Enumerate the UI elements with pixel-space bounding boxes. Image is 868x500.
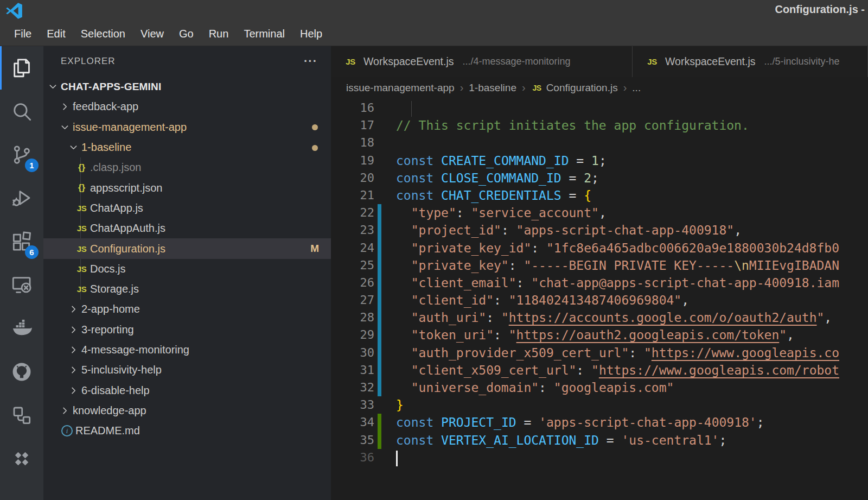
- item-label: .clasp.json: [90, 161, 142, 174]
- explorer-sidebar: EXPLORER ··· CHAT-APPS-GEMINIfeedback-ap…: [43, 46, 331, 500]
- gutter-modified-indicator: [378, 257, 381, 274]
- code-line-29[interactable]: 29 "token_uri": "https://oauth2.googleap…: [331, 326, 868, 344]
- item-label: 4-message-monitoring: [81, 344, 189, 356]
- activity-linked-items-icon[interactable]: [0, 394, 43, 437]
- tree-item-storage-js[interactable]: JSStorage.js: [43, 279, 331, 299]
- code-line-33[interactable]: 33}: [331, 396, 868, 414]
- tree-item-knowledge-app[interactable]: knowledge-app: [43, 401, 331, 421]
- code-line-20[interactable]: 20const CLOSE_COMMAND_ID = 2;: [331, 169, 868, 187]
- tree-item-configuration-js[interactable]: JSConfiguration.jsM: [43, 238, 331, 258]
- tree-item-2-app-home[interactable]: 2-app-home: [43, 299, 331, 319]
- activity-diamond-grid-icon[interactable]: [0, 437, 43, 480]
- breadcrumb-item[interactable]: JSConfiguration.js: [531, 82, 618, 94]
- menu-selection[interactable]: Selection: [73, 26, 133, 42]
- file-tree: CHAT-APPS-GEMINIfeedback-appissue-manage…: [43, 77, 331, 441]
- code-line-35[interactable]: 35const VERTEX_AI_LOCATION_ID = 'us-cent…: [331, 432, 868, 449]
- chevron-right-icon: [68, 385, 81, 396]
- code-line-18[interactable]: 18: [331, 134, 868, 151]
- breadcrumb-item[interactable]: issue-management-app: [346, 82, 455, 94]
- activity-source-control-icon[interactable]: 1: [0, 133, 43, 176]
- code-line-23[interactable]: 23 "project_id": "apps-script-chat-app-4…: [331, 221, 868, 239]
- editor-tab-2[interactable]: JSWorkspaceEvent.js.../5-inclusivity-he: [633, 46, 868, 77]
- breadcrumb-item[interactable]: 1-baseline: [469, 82, 516, 94]
- menu-go[interactable]: Go: [171, 26, 201, 42]
- menu-edit[interactable]: Edit: [39, 26, 73, 42]
- gutter-modified-indicator: [378, 379, 381, 396]
- code-line-17[interactable]: 17// This script initiates the app confi…: [331, 117, 868, 134]
- code-text: "token_uri": "https://oauth2.googleapis.…: [381, 326, 794, 344]
- tree-item--clasp-json[interactable]: {}.clasp.json: [43, 157, 331, 178]
- chevron-right-icon: [68, 325, 81, 335]
- item-label: appsscript.json: [90, 182, 162, 194]
- code-text: "type": "service_account",: [381, 204, 607, 221]
- git-status-badge: M: [310, 243, 319, 255]
- git-modified-dot: [312, 145, 318, 151]
- gutter-modified-indicator: [378, 221, 381, 239]
- menu-file[interactable]: File: [7, 26, 39, 42]
- editor-tab-1[interactable]: JSWorkspaceEvent.js.../4-message-monitor…: [331, 46, 633, 77]
- explorer-actions-button[interactable]: ···: [304, 54, 317, 68]
- activity-github-icon[interactable]: [0, 350, 43, 394]
- item-label: 5-inclusivity-help: [81, 364, 162, 376]
- breadcrumb-item[interactable]: ...: [632, 82, 641, 94]
- activity-docker-icon[interactable]: [0, 307, 43, 350]
- code-line-16[interactable]: 16: [331, 99, 868, 117]
- tree-item-3-reporting[interactable]: 3-reporting: [43, 320, 331, 340]
- code-text: const CREATE_COMMAND_ID = 1;: [381, 152, 607, 169]
- tree-item-feedback-app[interactable]: feedback-app: [43, 97, 331, 117]
- tree-item-6-disable-help[interactable]: 6-disable-help: [43, 380, 331, 400]
- activity-explorer-icon[interactable]: [0, 46, 43, 90]
- line-number: 20: [331, 169, 374, 187]
- breadcrumb: issue-management-app›1-baseline›JSConfig…: [331, 77, 868, 98]
- gutter: [378, 134, 381, 151]
- code-line-26[interactable]: 26 "client_email": "chat-app@apps-script…: [331, 274, 868, 292]
- tree-item-issue-management-app[interactable]: issue-management-app: [43, 117, 331, 137]
- code-line-36[interactable]: 36: [331, 449, 868, 466]
- menu-terminal[interactable]: Terminal: [236, 26, 292, 42]
- menu-run[interactable]: Run: [201, 26, 237, 42]
- code-line-30[interactable]: 30 "auth_provider_x509_cert_url": "https…: [331, 344, 868, 362]
- tree-item-1-baseline[interactable]: 1-baseline: [43, 137, 331, 157]
- code-line-21[interactable]: 21const CHAT_CREDENTIALS = {: [331, 187, 868, 204]
- activity-search-icon[interactable]: [0, 90, 43, 133]
- chevron-right-icon: [60, 406, 73, 416]
- activity-remote-explorer-icon[interactable]: [0, 263, 43, 307]
- tree-item-docs-js[interactable]: JSDocs.js: [43, 259, 331, 279]
- code-line-28[interactable]: 28 "auth_uri": "https://accounts.google.…: [331, 309, 868, 326]
- workspace-root-item[interactable]: CHAT-APPS-GEMINI: [43, 77, 331, 97]
- code-line-25[interactable]: 25 "private_key": "-----BEGIN PRIVATE KE…: [331, 257, 868, 274]
- item-label: CHAT-APPS-GEMINI: [61, 81, 161, 93]
- item-label: README.md: [75, 425, 140, 437]
- code-line-19[interactable]: 19const CREATE_COMMAND_ID = 1;: [331, 152, 868, 169]
- tree-item-appsscript-json[interactable]: {}appsscript.json: [43, 178, 331, 198]
- code-line-24[interactable]: 24 "private_key_id": "1fc8e6a465adbc0066…: [331, 239, 868, 257]
- code-text: [381, 449, 398, 466]
- code-text: "universe_domain": "googleapis.com": [381, 379, 674, 396]
- activity-extensions-icon[interactable]: 6: [0, 220, 43, 263]
- gutter: [378, 152, 381, 169]
- file-icon-js: JS: [74, 244, 89, 254]
- line-number: 24: [331, 239, 374, 257]
- tree-item-readme-md[interactable]: iREADME.md: [43, 421, 331, 441]
- tree-item-5-inclusivity-help[interactable]: 5-inclusivity-help: [43, 360, 331, 380]
- code-text: // This script initiates the app configu…: [381, 117, 749, 134]
- chevron-right-icon: [60, 102, 73, 112]
- tree-item-4-message-monitoring[interactable]: 4-message-monitoring: [43, 340, 331, 360]
- file-icon-js: JS: [74, 224, 89, 233]
- activity-run-debug-icon[interactable]: [0, 176, 43, 220]
- code-line-34[interactable]: 34const PROJECT_ID = 'apps-script-chat-a…: [331, 414, 868, 431]
- code-line-22[interactable]: 22 "type": "service_account",: [331, 204, 868, 221]
- line-number: 26: [331, 274, 374, 292]
- line-number: 17: [331, 117, 374, 134]
- chevron-down-icon: [60, 122, 73, 132]
- tree-item-chatapp-js[interactable]: JSChatApp.js: [43, 198, 331, 218]
- tree-item-chatappauth-js[interactable]: JSChatAppAuth.js: [43, 218, 331, 238]
- line-number: 25: [331, 257, 374, 274]
- code-line-27[interactable]: 27 "client_id": "118402413487406969804",: [331, 292, 868, 309]
- tab-bar: JSWorkspaceEvent.js.../4-message-monitor…: [331, 46, 868, 77]
- menu-view[interactable]: View: [133, 26, 171, 42]
- code-line-31[interactable]: 31 "client_x509_cert_url": "https://www.…: [331, 362, 868, 379]
- menu-help[interactable]: Help: [292, 26, 330, 42]
- code-line-32[interactable]: 32 "universe_domain": "googleapis.com": [331, 379, 868, 396]
- item-label: issue-management-app: [73, 121, 187, 134]
